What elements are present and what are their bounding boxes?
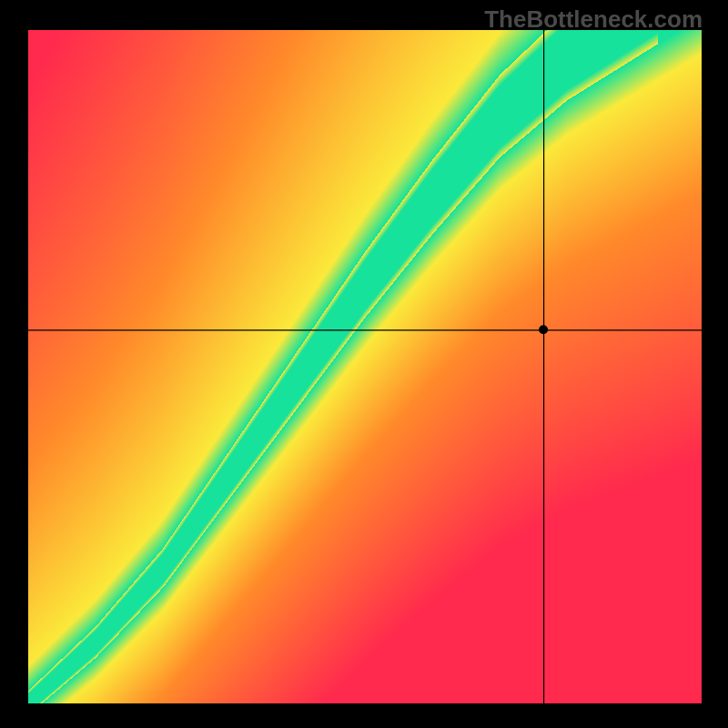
chart-container: TheBottleneck.com (0, 0, 728, 728)
watermark-text: TheBottleneck.com (484, 5, 703, 34)
heatmap-canvas (0, 0, 728, 728)
